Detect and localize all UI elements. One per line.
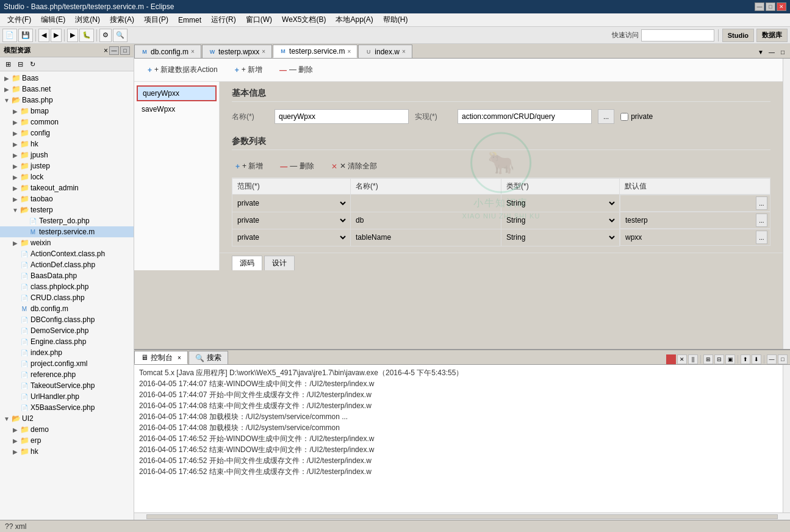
params-add-btn[interactable]: + + 新增 [232,160,267,173]
sidebar-item-bmap[interactable]: ▶ 📁 bmap [0,106,134,117]
tab-bar-max-btn[interactable]: □ [778,47,788,57]
sidebar-expand-btn[interactable]: ⊟ [15,59,26,70]
sidebar-item-ui2[interactable]: ▼ 📂 UI2 [0,413,134,424]
sidebar-item-project-config[interactable]: 📄 project.config.xml [0,358,134,369]
bottom-btn3[interactable]: ⊞ [703,354,713,364]
row3-type-cell[interactable]: String Integer [501,229,619,246]
menu-wex5docs[interactable]: WeX5文档(B) [277,13,331,26]
menu-window[interactable]: 窗口(W) [241,13,277,26]
bottom-btn8[interactable]: — [767,354,777,364]
row2-scope-select[interactable]: private public [235,214,348,227]
delete-btn[interactable]: — — 删除 [276,63,317,76]
new-action-btn[interactable]: + + 新建数据表Action [144,63,221,76]
bottom-btn9[interactable]: □ [778,354,788,364]
row1-scope-cell[interactable]: private public [232,195,351,212]
row1-type-cell[interactable]: String Integer Boolean [501,195,619,212]
sidebar-minimize-btn[interactable]: — [109,46,119,55]
row1-default-browse-btn[interactable]: ... [756,196,767,210]
maximize-button[interactable]: □ [766,2,775,11]
close-button[interactable]: ✕ [777,2,786,11]
stop-button[interactable] [666,354,676,364]
sidebar-item-testerp-service[interactable]: M testerp.service.m [0,226,134,237]
tab-testerp-wpxx[interactable]: W testerp.wpxx × [202,45,272,58]
sidebar-item-demo[interactable]: ▶ 📁 demo [0,424,134,435]
menu-browse[interactable]: 浏览(N) [70,13,105,26]
sidebar-item-db-config[interactable]: M db.config.m [0,303,134,314]
tab-close-index-w[interactable]: × [402,48,406,55]
sidebar-item-lock[interactable]: ▶ 📁 lock [0,171,134,182]
row1-name-cell[interactable] [351,195,501,212]
sidebar-item-baas-net[interactable]: ▶ 📁 Baas.net [0,84,134,95]
sidebar-item-jpush[interactable]: ▶ 📁 jpush [0,149,134,160]
bottom-hscroll[interactable] [134,512,790,520]
sidebar-item-justep[interactable]: ▶ 📁 justep [0,160,134,171]
menu-emmet[interactable]: Emmet [173,15,206,26]
row2-type-cell[interactable]: String Integer [501,212,619,229]
tab-db-config[interactable]: M db.config.m × [134,45,201,58]
sidebar-item-takeout-admin[interactable]: ▶ 📁 takeout_admin [0,182,134,193]
row3-default-browse-btn[interactable]: ... [756,231,767,244]
tab-close-testerp-service[interactable]: × [347,48,351,55]
row2-scope-cell[interactable]: private public [232,212,351,229]
hscroll-thumb[interactable] [146,514,778,519]
sidebar-item-baas[interactable]: ▶ 📁 Baas [0,73,134,84]
row2-default-browse-btn[interactable]: ... [756,214,767,227]
row3-name-input[interactable] [353,231,498,244]
sidebar-item-demoservice[interactable]: 📄 DemoService.php [0,325,134,336]
row3-default-cell[interactable]: ... [620,229,770,246]
tab-bar-menu-btn[interactable]: ▼ [756,47,766,57]
bottom-btn1[interactable]: ✕ [677,354,687,364]
bottom-scrollbar[interactable] [783,365,790,512]
row2-name-cell[interactable] [351,212,501,229]
tab-close-db-config[interactable]: × [191,48,195,55]
bottom-tab-console[interactable]: 🖥 控制台 × [134,351,188,364]
params-clear-btn[interactable]: ✕ ✕ 清除全部 [328,160,381,173]
toolbar-btn5[interactable]: 🔍 [113,29,127,42]
row2-type-select[interactable]: String Integer [504,214,617,227]
editor-scrollbar[interactable] [783,59,790,349]
row3-scope-cell[interactable]: private public [232,229,351,246]
tab-testerp-service[interactable]: M testerp.service.m × [273,45,357,58]
row1-name-input[interactable] [353,196,498,210]
sidebar-collapse-btn[interactable]: ⊞ [2,59,13,70]
bottom-btn6[interactable]: ⬆ [741,354,750,364]
bottom-tab-search[interactable]: 🔍 搜索 [189,351,228,364]
sidebar-refresh-btn[interactable]: ↻ [27,59,38,70]
sidebar-item-dbconfig[interactable]: 📄 DBConfig.class.php [0,314,134,325]
run-button[interactable]: ▶ [67,29,78,42]
sidebar-item-erp[interactable]: ▶ 📁 erp [0,435,134,446]
forward-button[interactable]: ▶ [51,29,62,42]
tab-close-testerp-wpxx[interactable]: × [262,48,265,55]
sidebar-item-baas-php[interactable]: ▼ 📂 Baas.php [0,95,134,106]
menu-project[interactable]: 项目(P) [139,13,173,26]
row1-scope-select[interactable]: private public [235,196,348,210]
action-item-save[interactable]: saveWpxx [137,102,217,116]
menu-edit[interactable]: 编辑(E) [36,13,70,26]
sidebar-item-testerp-do[interactable]: 📄 Testerp_do.php [0,215,134,226]
row1-type-select[interactable]: String Integer Boolean [504,196,617,210]
minimize-button[interactable]: — [755,2,764,11]
sidebar-item-urlhandler[interactable]: 📄 UrlHandler.php [0,391,134,402]
sidebar-item-x5baasservice[interactable]: 📄 X5BaasService.php [0,402,134,413]
name-input[interactable] [275,109,409,124]
row3-name-cell[interactable] [351,229,501,246]
sidebar-item-weixin[interactable]: ▶ 📁 weixin [0,237,134,248]
menu-file[interactable]: 文件(F) [2,13,36,26]
sidebar-item-crud[interactable]: 📄 CRUD.class.php [0,292,134,303]
private-checkbox[interactable] [620,113,628,121]
editor-scroll-area[interactable]: + + 新建数据表Action + + 新增 — — 删除 [134,59,783,349]
sidebar-item-classphplock[interactable]: 📄 class.phplock.php [0,281,134,292]
sidebar-item-common[interactable]: ▶ 📁 common [0,117,134,128]
impl-browse-btn[interactable]: ... [598,109,614,124]
row2-default-input[interactable] [623,214,756,227]
menu-run[interactable]: 运行(R) [206,13,241,26]
database-perspective-btn[interactable]: 数据库 [756,29,788,42]
menu-help[interactable]: 帮助(H) [378,13,413,26]
tab-source[interactable]: 源码 [232,256,262,270]
row3-scope-select[interactable]: private public [235,231,348,244]
bottom-tab-console-close[interactable]: × [178,354,181,361]
menu-search[interactable]: 搜索(A) [105,13,139,26]
row2-name-input[interactable] [353,214,498,227]
debug-button[interactable]: 🐛 [79,29,94,42]
row1-default-cell[interactable]: ... [620,195,770,212]
